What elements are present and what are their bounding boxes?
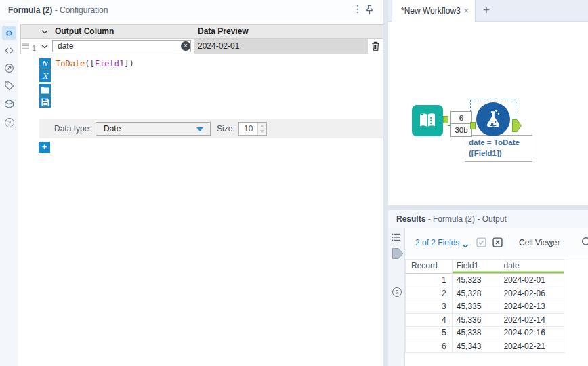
connection-record-label: 6 30b [450, 111, 472, 137]
table-row: 2 45,328 2024-02-06 [406, 287, 564, 301]
config-title-suffix: - Configuration [55, 5, 108, 15]
config-panel-title: Formula (2) - Configuration [8, 5, 108, 15]
settings-gear-icon[interactable]: ⚙ [2, 26, 16, 40]
connection-data-size: 30b [451, 124, 471, 136]
new-tab-button[interactable]: + [480, 3, 493, 18]
output-column-header[interactable]: Output Column [51, 24, 194, 39]
open-book-icon [417, 110, 438, 131]
cell-record: 6 [406, 340, 453, 354]
flask-icon [482, 108, 505, 131]
list-view-icon[interactable] [392, 233, 401, 243]
fields-summary: 2 of 2 Fields [415, 238, 459, 247]
row-collapse-chevron-icon[interactable] [38, 38, 51, 54]
formula-function-token: ToDate [56, 59, 85, 68]
row-drag-handle[interactable]: 1 [20, 38, 39, 54]
insert-variable-button[interactable]: X [39, 70, 51, 82]
results-help-icon[interactable]: ? [392, 287, 402, 297]
formula-tool-output-anchor[interactable] [512, 119, 522, 134]
fields-filter-dropdown[interactable]: 2 of 2 Fields [415, 238, 459, 247]
delete-row-button[interactable] [368, 38, 383, 54]
save-expression-button[interactable] [39, 96, 51, 108]
table-row: 6 45,343 2024-02-21 [406, 340, 564, 354]
open-expression-button[interactable] [39, 84, 51, 96]
formula-expression-editor[interactable]: ToDate([Field1]) [56, 59, 374, 113]
cell-record: 5 [406, 327, 453, 340]
delete-column-header [368, 24, 383, 39]
results-anchor-strip: ? [388, 228, 405, 366]
panel-splitter-horizontal[interactable] [388, 205, 588, 210]
add-expression-button[interactable]: + [39, 142, 50, 153]
clear-input-icon[interactable]: × [181, 41, 190, 51]
formula-field-token: Field1 [95, 59, 124, 68]
results-table-header: Record Field1 date [406, 260, 564, 274]
formula-tool[interactable] [476, 102, 510, 136]
cell-field1: 45,328 [453, 287, 500, 301]
cell-field1: 45,336 [453, 314, 500, 327]
formula-tool-input-anchor[interactable] [470, 122, 476, 129]
results-title-suffix: - Formula (2) - Output [428, 214, 507, 224]
panel-splitter-vertical[interactable] [383, 0, 388, 366]
data-preview-header[interactable]: Data Preview [194, 24, 369, 39]
kebab-menu-icon[interactable]: ⋮ [352, 3, 363, 17]
results-title: Results - Formula (2) - Output [396, 214, 507, 224]
tool-annotation[interactable]: date = ToDate ([Field1]) [465, 135, 532, 162]
data-preview-cell: 2024-02-01 [194, 38, 369, 54]
cell-date: 2024-02-01 [499, 274, 564, 287]
size-label: Size: [217, 124, 235, 134]
grid-corner-cell [20, 24, 30, 39]
cell-field1: 45,338 [453, 327, 500, 340]
table-row: 3 45,335 2024-02-13 [406, 300, 564, 314]
insert-function-button[interactable]: fx [39, 58, 51, 70]
size-stepper[interactable]: 10 [238, 122, 267, 136]
output-column-input[interactable] [52, 40, 191, 52]
cell-date: 2024-02-06 [499, 287, 564, 301]
toolbar-divider [509, 235, 509, 249]
formula-open-token: ([ [85, 59, 94, 68]
cell-field1: 45,343 [453, 340, 500, 354]
apply-checkmark-button[interactable] [476, 237, 486, 249]
results-title-main: Results [396, 214, 425, 224]
input-tool-output-anchor[interactable] [443, 116, 448, 123]
grid-rownum-header [29, 24, 39, 39]
cell-date: 2024-02-21 [499, 340, 564, 354]
cancel-x-button[interactable] [492, 237, 503, 249]
cell-viewer-chevron-icon[interactable] [547, 241, 554, 250]
row-number: 1 [32, 41, 36, 56]
open-example-icon[interactable] [2, 61, 16, 75]
help-icon[interactable]: ? [2, 115, 16, 129]
code-icon[interactable] [2, 43, 16, 58]
table-row: 5 45,338 2024-02-16 [406, 327, 564, 340]
formula-close-token: ]) [124, 59, 133, 68]
annotation-line2: ([Field1]) [469, 148, 528, 159]
cell-field1: 45,323 [453, 274, 500, 287]
workflow-tab-label: *New Workflow3 [401, 6, 461, 16]
fields-chevron-icon[interactable] [462, 241, 469, 250]
connection-record-count: 6 [451, 112, 471, 124]
col-header-record[interactable]: Record [406, 260, 453, 274]
output-column-cell: × [51, 38, 194, 54]
search-icon[interactable] [581, 236, 588, 250]
cell-field1: 45,335 [453, 300, 500, 314]
col-header-date[interactable]: date [499, 260, 564, 274]
results-table: Record Field1 date 1 45,323 2024-02-01 2… [405, 259, 564, 353]
datatype-label: Data type: [54, 124, 91, 134]
alteryx-designer-window: Formula (2) - Configuration ⋮ ⚙ ? Output… [0, 0, 588, 366]
package-icon[interactable] [2, 97, 16, 111]
datatype-dropdown[interactable]: Date [96, 122, 211, 136]
cell-record: 1 [406, 274, 453, 287]
stepper-arrows[interactable] [257, 123, 266, 135]
annotation-line1: date = ToDate [469, 137, 528, 148]
input-anchor-icon[interactable] [392, 248, 404, 261]
col-header-field1[interactable]: Field1 [453, 260, 500, 274]
cell-date: 2024-02-13 [499, 300, 564, 314]
input-data-tool[interactable] [412, 105, 443, 136]
config-title-tool: Formula (2) [8, 5, 52, 15]
pin-icon[interactable] [365, 5, 374, 17]
cell-date: 2024-02-16 [499, 327, 564, 340]
workflow-tab[interactable]: *New Workflow3 × [392, 0, 476, 22]
expand-all-chevron-icon[interactable] [38, 24, 51, 39]
tab-close-icon[interactable]: × [463, 5, 469, 16]
cell-date: 2024-02-14 [499, 314, 564, 327]
tag-icon[interactable] [2, 79, 16, 93]
table-row: 1 45,323 2024-02-01 [406, 274, 564, 287]
